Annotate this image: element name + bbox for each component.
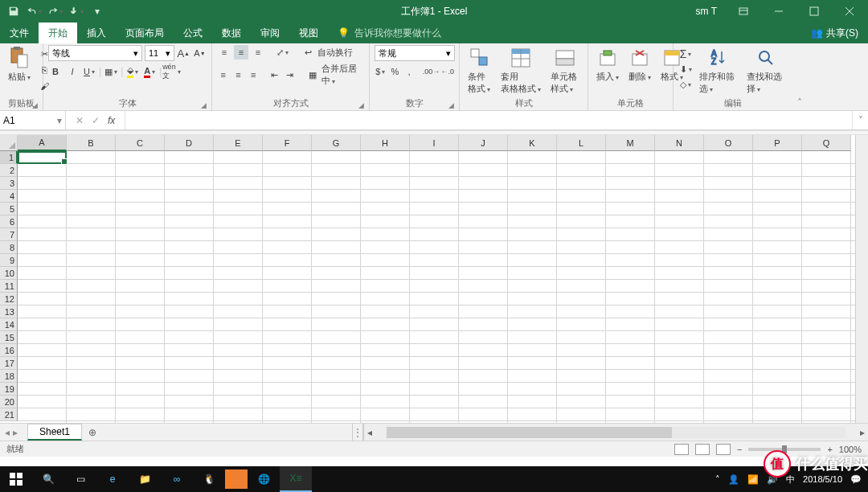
zoom-in-icon[interactable]: + <box>827 445 832 454</box>
row-header[interactable]: 10 <box>0 267 18 280</box>
scroll-right-icon[interactable]: ▸ <box>857 427 868 438</box>
bold-button[interactable]: B <box>48 64 63 79</box>
cancel-formula-icon[interactable]: ✕ <box>76 115 84 126</box>
row-header[interactable]: 2 <box>0 164 18 177</box>
close-icon[interactable] <box>834 0 865 23</box>
fill-color-icon[interactable]: ⬙ <box>125 64 140 79</box>
column-header[interactable]: Q <box>802 135 851 151</box>
insert-cells-button[interactable]: 插入 <box>593 45 622 84</box>
ribbon-options-icon[interactable] <box>728 0 759 23</box>
paste-button[interactable]: 粘贴 <box>5 45 34 84</box>
conditional-formatting-button[interactable]: 条件格式 <box>465 45 494 96</box>
row-header[interactable]: 14 <box>0 318 18 331</box>
horizontal-scrollbar[interactable]: ◂ ▸ <box>363 424 868 441</box>
tell-me[interactable]: 💡告诉我你想要做什么 <box>328 23 451 43</box>
tab-page-layout[interactable]: 页面布局 <box>116 23 174 43</box>
select-all-corner[interactable] <box>0 135 18 151</box>
increase-indent-icon[interactable]: ⇥ <box>284 68 297 82</box>
tray-notifications-icon[interactable]: 💬 <box>850 474 862 485</box>
italic-button[interactable]: I <box>65 64 80 79</box>
formula-input[interactable] <box>125 111 852 129</box>
font-color-icon[interactable]: A <box>142 64 157 79</box>
align-middle-icon[interactable]: ≡ <box>234 45 248 59</box>
increase-decimal-icon[interactable]: .00→ <box>424 64 438 79</box>
maximize-icon[interactable] <box>799 0 829 23</box>
app-icon-4[interactable]: 🌐 <box>248 466 280 492</box>
increase-font-icon[interactable]: A▲ <box>177 46 190 60</box>
dialog-launcher-icon[interactable]: ◢ <box>201 101 207 109</box>
column-header[interactable]: A <box>18 135 67 151</box>
column-header[interactable]: O <box>704 135 753 151</box>
column-header[interactable]: E <box>214 135 263 151</box>
merge-center-button[interactable]: 合并后居中 <box>321 63 364 87</box>
row-header[interactable]: 12 <box>0 293 18 305</box>
column-header[interactable]: G <box>312 135 361 151</box>
zoom-level[interactable]: 100% <box>839 445 862 454</box>
percent-icon[interactable]: % <box>389 64 401 79</box>
row-header[interactable]: 9 <box>0 254 18 267</box>
save-icon[interactable] <box>6 4 21 18</box>
row-header[interactable]: 3 <box>0 177 18 190</box>
enter-formula-icon[interactable]: ✓ <box>92 115 100 126</box>
row-header[interactable]: 21 <box>0 408 18 421</box>
cell-styles-button[interactable]: 单元格样式 <box>547 45 583 96</box>
tab-file[interactable]: 文件 <box>0 23 39 43</box>
tray-chevron-icon[interactable]: ˄ <box>715 474 720 485</box>
split-handle[interactable]: ⋮ <box>352 424 363 441</box>
row-header[interactable]: 16 <box>0 344 18 357</box>
column-header[interactable]: J <box>459 135 508 151</box>
tab-data[interactable]: 数据 <box>212 23 251 43</box>
format-as-table-button[interactable]: 套用 表格格式 <box>497 45 544 96</box>
app-icon-2[interactable]: 🐧 <box>193 466 225 492</box>
align-top-icon[interactable]: ≡ <box>217 45 231 59</box>
column-header[interactable]: C <box>116 135 165 151</box>
cells-area[interactable] <box>18 151 855 423</box>
column-header[interactable]: F <box>263 135 312 151</box>
row-header[interactable]: 19 <box>0 383 18 396</box>
app-icon-3[interactable] <box>225 469 248 489</box>
underline-button[interactable]: U <box>82 64 96 79</box>
phonetic-icon[interactable]: wén文 <box>164 64 178 79</box>
dialog-launcher-icon[interactable]: ◢ <box>32 101 38 109</box>
wrap-text-button[interactable]: 自动换行 <box>317 47 353 59</box>
delete-cells-button[interactable]: 删除 <box>625 45 654 84</box>
row-header[interactable]: 7 <box>0 228 18 241</box>
column-header[interactable]: D <box>165 135 214 151</box>
font-size-combo[interactable]: 11▾ <box>145 45 174 61</box>
expand-formula-bar-icon[interactable]: ˅ <box>852 111 868 129</box>
clear-icon[interactable]: ◇ <box>678 77 693 92</box>
tab-view[interactable]: 视图 <box>289 23 328 43</box>
row-header[interactable]: 20 <box>0 396 18 408</box>
comma-icon[interactable]: , <box>403 64 416 79</box>
align-right-icon[interactable]: ≡ <box>247 68 260 82</box>
tray-time[interactable]: 2018/5/10 <box>803 474 842 484</box>
page-break-view-icon[interactable] <box>716 444 731 455</box>
minimize-icon[interactable] <box>764 0 794 23</box>
column-header[interactable]: N <box>655 135 704 151</box>
tab-formulas[interactable]: 公式 <box>174 23 212 43</box>
start-button[interactable] <box>0 466 32 492</box>
tab-home[interactable]: 开始 <box>39 23 77 43</box>
row-header[interactable]: 5 <box>0 203 18 215</box>
tray-volume-icon[interactable]: 🔊 <box>767 474 778 485</box>
column-header[interactable]: M <box>606 135 655 151</box>
column-header[interactable]: L <box>557 135 606 151</box>
tab-insert[interactable]: 插入 <box>77 23 116 43</box>
undo-icon[interactable] <box>27 4 42 18</box>
column-header[interactable]: B <box>67 135 116 151</box>
sheet-tab[interactable]: Sheet1 <box>27 424 82 441</box>
dialog-launcher-icon[interactable]: ◢ <box>358 101 364 109</box>
autosum-icon[interactable]: Σ <box>678 47 693 61</box>
font-name-combo[interactable]: 等线▾ <box>48 45 142 61</box>
sheet-nav-next-icon[interactable]: ▸ <box>13 427 18 438</box>
search-icon[interactable]: 🔍 <box>32 466 64 492</box>
orientation-icon[interactable]: ⤢ <box>275 45 289 59</box>
row-header[interactable]: 6 <box>0 215 18 228</box>
qat-customize-icon[interactable]: ▾ <box>90 4 104 18</box>
row-header[interactable]: 15 <box>0 331 18 344</box>
accounting-format-icon[interactable]: $ <box>375 64 387 79</box>
column-header[interactable]: K <box>508 135 557 151</box>
find-select-button[interactable]: 查找和选择 <box>743 45 788 96</box>
row-header[interactable]: 1 <box>0 151 18 164</box>
row-header[interactable]: 17 <box>0 357 18 370</box>
